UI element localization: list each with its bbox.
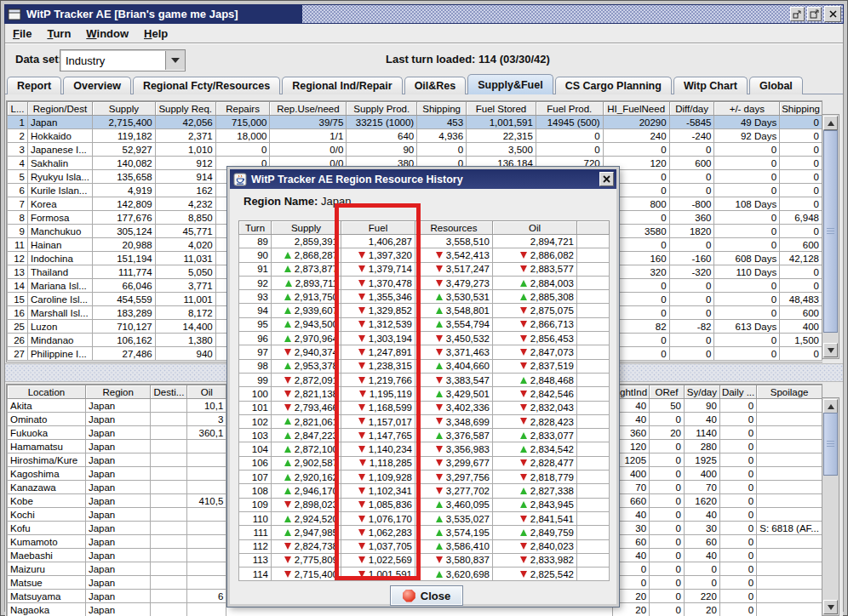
column-header-region[interactable]: Region (85, 385, 151, 399)
locations-scrollbar[interactable] (822, 397, 839, 616)
tab-report[interactable]: Report (7, 77, 61, 94)
table-row[interactable]: 982,953,3781,238,3153,404,6602,837,519 (239, 359, 610, 373)
column-header-diff-day[interactable]: Diff/day (669, 102, 714, 116)
column-header-fuel-prod[interactable]: Fuel Prod. (536, 102, 603, 116)
column-header-sy-day[interactable]: Sy/day (684, 385, 719, 399)
down-arrow-icon (520, 321, 527, 328)
table-row[interactable]: 992,872,0911,219,7663,383,5472,848,468 (239, 373, 610, 386)
table-row[interactable]: 902,868,2871,397,3203,542,4132,886,082 (239, 248, 610, 262)
column-header-supply-req[interactable]: Supply Req. (155, 102, 215, 116)
column-header-oil[interactable]: Oil (187, 385, 226, 399)
up-arrow-icon (284, 265, 291, 272)
menu-file[interactable]: File (5, 27, 39, 40)
column-header-shipping[interactable]: Shipping (780, 102, 822, 116)
tab-global[interactable]: Global (749, 77, 803, 94)
window-titlebar[interactable]: WitP Tracker AE [Brian's game me Japs] (4, 4, 844, 24)
region-name-line: Region Name: Japan (244, 195, 351, 208)
column-header-hi-fuelneed[interactable]: HI_FuelNeed (603, 102, 669, 116)
tab-regional-fcty-resources[interactable]: Regional Fcty/Resources (133, 77, 280, 94)
down-arrow-icon (436, 556, 443, 563)
down-arrow-icon (284, 571, 291, 578)
maximize-button[interactable] (807, 7, 822, 21)
table-row[interactable]: 1032,847,2231,147,7653,376,5872,833,077 (239, 429, 610, 442)
table-row[interactable]: 1112,947,9851,062,2833,574,1952,849,759 (239, 526, 610, 539)
column-header[interactable] (577, 221, 610, 235)
column-header-fuel-stored[interactable]: Fuel Stored (467, 102, 536, 116)
table-row[interactable]: 1Japan2,715,40042,056715,00039/7533215 (… (8, 116, 822, 129)
scroll-up-button[interactable] (823, 399, 838, 414)
dialog-close-button[interactable] (599, 172, 614, 186)
column-header-daily[interactable]: Daily ... (719, 385, 756, 399)
tab-oil-res[interactable]: Oil&Res (404, 77, 467, 94)
menu-window[interactable]: Window (78, 27, 136, 40)
table-row[interactable]: 962,970,9641,303,1943,450,5322,856,453 (239, 332, 610, 345)
table-row[interactable]: 1102,924,5201,076,1703,535,0272,841,541 (239, 511, 610, 525)
table-row[interactable]: 2Hokkaido119,1822,37118,0001/16404,93622… (8, 129, 822, 143)
table-row[interactable]: 892,859,3911,406,2873,558,5102,894,721 (239, 235, 610, 248)
scroll-up-button[interactable] (823, 116, 838, 130)
table-row[interactable]: 1092,898,0231,085,8363,460,0952,843,945 (239, 498, 610, 511)
scroll-down-button[interactable] (823, 600, 838, 614)
column-header-oref[interactable]: ORef (650, 385, 685, 399)
column-header-region-dest[interactable]: Region/Dest (27, 102, 92, 116)
table-row[interactable]: 1132,775,8091,022,5693,580,8372,833,982 (239, 553, 610, 567)
column-header-oil[interactable]: Oil (493, 221, 577, 235)
column-header-desti[interactable]: Desti... (151, 385, 187, 399)
table-row[interactable]: 1022,821,0611,157,0173,348,6992,828,423 (239, 414, 610, 428)
tab-witp-chart[interactable]: Witp Chart (673, 77, 748, 94)
tab-supply-fuel[interactable]: Supply&Fuel (467, 74, 553, 94)
scrollbar-thumb[interactable] (823, 130, 838, 333)
close-button[interactable]: Close (390, 585, 463, 606)
column-header-days[interactable]: +/- days (714, 102, 780, 116)
table-row[interactable]: 952,943,5001,312,5393,554,7942,866,713 (239, 317, 610, 331)
column-header-supply[interactable]: Supply (272, 221, 341, 235)
close-icon (602, 174, 611, 184)
table-row[interactable]: 1012,793,4661,168,5993,402,3362,832,043 (239, 401, 610, 414)
up-arrow-icon (520, 280, 527, 287)
column-header-repairs[interactable]: Repairs (215, 102, 270, 116)
tab-regional-ind-repair[interactable]: Regional Ind/Repair (282, 77, 402, 94)
dataset-combobox[interactable]: Industry (60, 49, 186, 71)
table-row[interactable]: 3Japanese I...52,9271,01000/09003,500000… (8, 143, 822, 157)
column-header-supply-prod[interactable]: Supply Prod. (347, 102, 417, 116)
down-arrow-icon (358, 501, 365, 508)
up-arrow-icon (284, 362, 291, 369)
window-close-button[interactable] (824, 6, 841, 22)
dialog-titlebar[interactable]: WitP Tracker AE Region Resource History (230, 169, 616, 189)
table-row[interactable]: 1142,715,4001,001,5913,620,6982,825,542 (239, 568, 610, 581)
menu-turn[interactable]: Turn (39, 27, 78, 40)
tab-cs-cargo-planning[interactable]: CS Cargo Planning (555, 77, 672, 94)
chevron-down-icon[interactable] (165, 51, 185, 70)
table-row[interactable]: 922,893,7111,370,4783,479,2732,884,003 (239, 276, 610, 289)
table-row[interactable]: 1062,902,5871,118,2853,299,6772,828,477 (239, 456, 610, 470)
menu-help[interactable]: Help (136, 27, 175, 40)
column-header-l[interactable]: L... (8, 102, 28, 116)
resource-history-table: TurnSupplyFuelResourcesOil892,859,3911,4… (238, 220, 610, 581)
up-arrow-icon (436, 307, 443, 314)
table-row[interactable]: 912,873,8771,379,7143,517,2472,883,577 (239, 262, 610, 276)
scrollbar-thumb[interactable] (823, 413, 838, 476)
regions-scrollbar[interactable] (822, 114, 839, 359)
table-row[interactable]: 972,940,3741,247,8913,371,4632,847,073 (239, 345, 610, 359)
scroll-down-button[interactable] (823, 343, 838, 357)
tab-overview[interactable]: Overview (63, 77, 131, 94)
column-header-shipping[interactable]: Shipping (417, 102, 467, 116)
column-header-spoilage[interactable]: Spoilage (757, 385, 822, 399)
column-header-rep-use-need[interactable]: Rep.Use/need (270, 102, 347, 116)
down-arrow-icon (284, 377, 291, 384)
table-row[interactable]: 932,913,7501,355,3463,530,5312,885,308 (239, 290, 610, 304)
table-row[interactable]: 1072,920,1621,109,9283,297,7562,818,779 (239, 471, 610, 484)
restore-button[interactable] (790, 7, 805, 21)
column-header-location[interactable]: Location (8, 385, 86, 399)
table-row[interactable]: 942,939,6071,329,8523,548,8012,875,075 (239, 304, 610, 317)
column-header-resources[interactable]: Resources (415, 221, 493, 235)
column-header-turn[interactable]: Turn (239, 221, 272, 235)
table-row[interactable]: 1002,821,1381,195,1193,429,5012,842,546 (239, 387, 610, 401)
table-row[interactable]: 1122,824,7381,037,7053,586,4102,840,023 (239, 539, 610, 553)
table-row[interactable]: 1082,946,1701,102,3413,277,7022,827,338 (239, 484, 610, 498)
column-header-fuel[interactable]: Fuel (341, 221, 415, 235)
table-row[interactable]: 1042,872,1001,140,2343,356,9832,834,542 (239, 442, 610, 456)
column-header-supply[interactable]: Supply (92, 102, 155, 116)
down-arrow-icon (358, 335, 365, 342)
down-arrow-icon (436, 349, 443, 356)
